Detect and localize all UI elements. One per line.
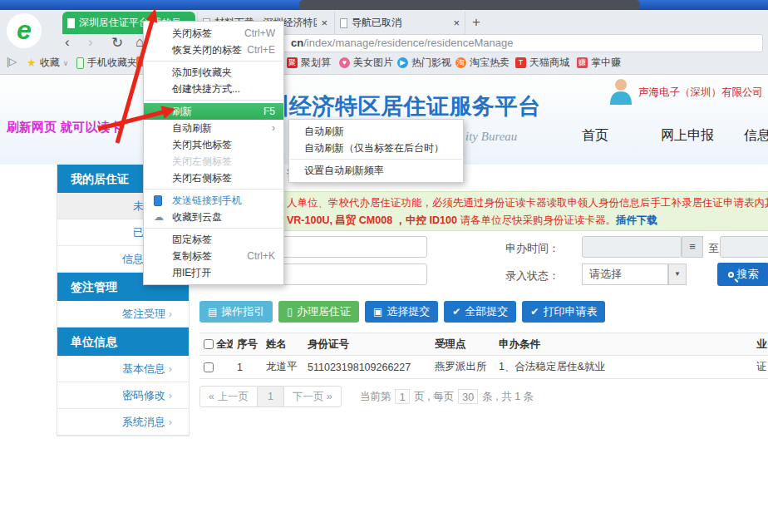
url-text: cn/index/manage/residence/residenceManag… xyxy=(291,37,513,49)
print-application-button[interactable]: ✔打印申请表 xyxy=(522,301,605,323)
dropdown-arrow-icon[interactable]: ▼ xyxy=(668,264,687,285)
document-icon: ▯ xyxy=(287,306,293,318)
pagination-text: 页 , 每页 xyxy=(414,390,454,404)
menu-item-close-tab[interactable]: 关闭标签Ctrl+W xyxy=(144,25,283,42)
select-all-checkbox[interactable] xyxy=(204,339,214,349)
bookmark-hot-movies[interactable]: ▶ 热门影视 xyxy=(397,56,451,70)
chevron-right-icon: › xyxy=(169,416,172,428)
col-seq: 序号 xyxy=(233,337,262,352)
menu-item-save-to-cloud[interactable]: ☁收藏到云盘 xyxy=(144,209,283,225)
table-row[interactable]: 1 龙道平 511023198109266227 燕罗派出所 1、合法稳定居住&… xyxy=(199,356,768,379)
col-id-number: 身份证号 xyxy=(303,337,431,352)
bookmark-label: 热门影视 xyxy=(411,56,451,70)
logged-in-company: 声海电子（深圳）有限公司 xyxy=(638,86,763,100)
menu-item-close-other-tabs[interactable]: 关闭其他标签 xyxy=(144,136,283,153)
chevron-right-icon: › xyxy=(169,390,172,401)
sidebar-panel-toggle-icon[interactable]: |▷ xyxy=(7,56,17,67)
action-toolbar: ▤操作指引 ▯办理居住证 ▣选择提交 ✔全部提交 ✔打印申请表 xyxy=(199,301,605,323)
menu-label: 设置自动刷新频率 xyxy=(304,162,384,179)
page-number-input[interactable]: 1 xyxy=(395,389,410,404)
submenu-item-auto-refresh-background[interactable]: 自动刷新（仅当标签在后台时） xyxy=(289,140,463,156)
sidebar-item-change-password[interactable]: 密码修改› xyxy=(57,382,189,409)
sidebar-item-label: 基本信息 xyxy=(122,362,165,375)
favorites-label: 收藏 xyxy=(40,56,60,70)
menu-label: 关闭右侧标签 xyxy=(172,170,232,186)
button-label: 操作指引 xyxy=(221,304,264,319)
tab-close-icon[interactable]: × xyxy=(453,17,460,29)
page-icon xyxy=(340,18,347,28)
site-nav-online-declare[interactable]: 网上申报 xyxy=(661,127,714,145)
operation-guide-button[interactable]: ▤操作指引 xyxy=(199,301,273,323)
reload-icon[interactable]: ↻ xyxy=(111,34,123,52)
menu-item-duplicate-tab[interactable]: 复制标签Ctrl+K xyxy=(144,248,283,264)
submenu-item-set-refresh-frequency[interactable]: 设置自动刷新频率 xyxy=(289,162,463,179)
calendar-icon[interactable]: ≡ xyxy=(682,236,703,258)
menu-item-pin-tab[interactable]: 固定标签 xyxy=(144,231,283,248)
submit-all-button[interactable]: ✔全部提交 xyxy=(444,301,516,323)
play-icon: ▶ xyxy=(397,57,408,68)
sidebar-item-label: 系统消息 xyxy=(122,416,165,428)
menu-item-create-shortcut[interactable]: 创建快捷方式... xyxy=(144,81,283,97)
entry-status-select[interactable]: 请选择 xyxy=(582,264,668,285)
tab-title: 导航已取消 xyxy=(352,16,449,30)
screen: e 深圳居住证平台 我的居住证管理 × 材料下载 - 深圳经济特区居住证 × 导… xyxy=(0,0,768,532)
menu-item-add-to-favorites[interactable]: 添加到收藏夹 xyxy=(144,64,283,81)
bookmark-label: 聚划算 xyxy=(301,56,331,70)
tab-navigation-cancelled[interactable]: 导航已取消 × xyxy=(334,12,465,34)
current-page-button[interactable]: 1 xyxy=(258,386,283,407)
menu-item-auto-refresh[interactable]: 自动刷新› xyxy=(144,120,283,136)
row-checkbox[interactable] xyxy=(204,362,214,372)
bookmark-juhuasuan[interactable]: 聚 聚划算 xyxy=(287,56,331,70)
menu-item-refresh[interactable]: 刷新F5 xyxy=(144,103,283,120)
plugin-download-link[interactable]: 插件下载 xyxy=(616,214,657,226)
menu-item-send-link-to-phone[interactable]: 发送链接到手机 xyxy=(144,192,283,209)
menu-label: 发送链接到手机 xyxy=(172,192,242,209)
sidebar-item-basic-info[interactable]: 基本信息› xyxy=(57,356,189,382)
site-nav-home[interactable]: 首页 xyxy=(582,127,608,145)
menu-label: 自动刷新（仅当标签在后台时） xyxy=(304,140,444,156)
url-path: /index/manage/residence/residenceManage xyxy=(303,37,513,49)
back-icon[interactable]: ‹ xyxy=(65,34,70,51)
entry-status-label: 录入状态： xyxy=(505,268,559,283)
bookmark-label: 美女图片 xyxy=(353,56,393,70)
apply-residence-permit-button[interactable]: ▯办理居住证 xyxy=(278,301,359,323)
new-tab-button[interactable]: + xyxy=(472,14,480,31)
site-title: 深圳经济特区居住证服务平台 xyxy=(244,91,541,121)
submenu-item-auto-refresh[interactable]: 自动刷新 xyxy=(289,123,463,140)
next-page-button[interactable]: 下一页 » xyxy=(283,386,342,407)
col-condition: 申办条件 xyxy=(495,337,752,352)
pagination-text: 条 , 共 1 条 xyxy=(482,390,534,404)
apply-time-from-input[interactable] xyxy=(582,236,682,258)
search-button[interactable]: 搜索 xyxy=(717,263,768,286)
prev-page-button[interactable]: « 上一页 xyxy=(199,386,258,407)
bookmark-taobao-hot[interactable]: 淘 淘宝热卖 xyxy=(455,56,510,70)
menu-item-close-left-tabs: 关闭左侧标签 xyxy=(144,153,283,170)
sidebar-item-system-messages[interactable]: 系统消息› xyxy=(57,409,189,436)
sidebar-item-endorsement-accept[interactable]: 签注受理› xyxy=(57,301,189,328)
menu-label: 复制标签 xyxy=(172,248,212,264)
menu-item-open-in-ie[interactable]: 用IE打开 xyxy=(144,264,283,281)
page-size-input[interactable]: 30 xyxy=(458,389,478,404)
menu-label: 关闭左侧标签 xyxy=(172,153,232,170)
site-nav-info[interactable]: 信息 xyxy=(744,127,768,145)
favorites-menu[interactable]: ★ 收藏 ∨ xyxy=(27,56,68,70)
beauty-pics-icon: ♥ xyxy=(339,57,350,68)
star-icon: ★ xyxy=(27,57,37,69)
bookmark-label: 手机收藏夹 xyxy=(87,56,137,70)
select-submit-button[interactable]: ▣选择提交 xyxy=(365,301,438,323)
chevron-right-icon: › xyxy=(169,363,172,375)
forward-icon[interactable]: › xyxy=(88,34,93,51)
bookmark-label: 淘宝热卖 xyxy=(470,56,510,70)
apply-time-to-input[interactable] xyxy=(720,236,768,258)
bookmark-beauty-pics[interactable]: ♥ 美女图片 xyxy=(339,56,393,70)
tab-close-icon[interactable]: × xyxy=(321,17,327,29)
menu-shortcut: Ctrl+K xyxy=(247,248,275,264)
bookmark-zhangzhongzhuan[interactable]: 赚 掌中赚 xyxy=(577,56,621,70)
browser-logo-icon[interactable]: e xyxy=(7,13,42,48)
menu-item-restore-closed-tab[interactable]: 恢复关闭的标签Ctrl+E xyxy=(144,42,283,58)
menu-item-close-right-tabs[interactable]: 关闭右侧标签 xyxy=(144,170,283,186)
bookmark-phone-folder[interactable]: 手机收藏夹 xyxy=(76,56,137,70)
list-check-icon: ▣ xyxy=(373,306,382,318)
menu-shortcut: F5 xyxy=(263,103,275,120)
bookmark-tmall[interactable]: T 天猫商城 xyxy=(515,56,569,70)
